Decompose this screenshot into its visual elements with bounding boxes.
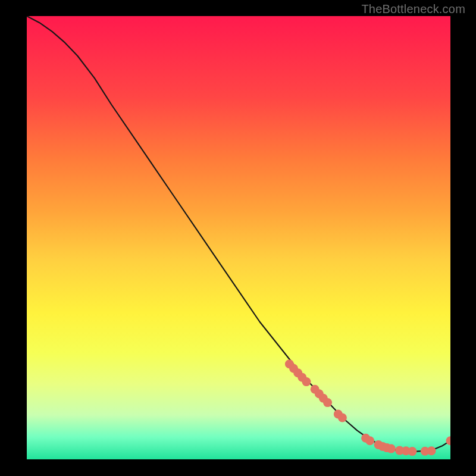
curve-line bbox=[27, 16, 450, 452]
marker-dot bbox=[365, 436, 374, 445]
marker-dot bbox=[302, 377, 311, 386]
plot-area bbox=[27, 16, 450, 459]
marker-dots bbox=[285, 359, 450, 456]
watermark-text: TheBottleneck.com bbox=[361, 2, 465, 16]
marker-dot bbox=[408, 447, 416, 456]
marker-dot bbox=[427, 446, 436, 455]
marker-dot bbox=[323, 398, 332, 407]
marker-dot bbox=[387, 444, 396, 453]
chart-frame: TheBottleneck.com bbox=[0, 0, 476, 476]
marker-dot bbox=[338, 414, 347, 422]
chart-svg bbox=[27, 16, 450, 459]
